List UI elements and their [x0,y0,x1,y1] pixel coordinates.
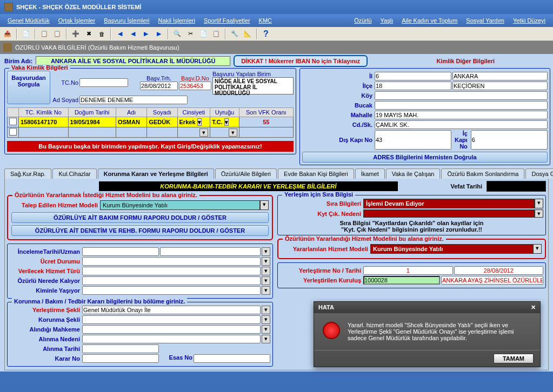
yerlestirme-tarih-input[interactable] [454,266,544,275]
korunma-sekli-drop[interactable]: ▾ [262,315,270,324]
kyt-cik-dropdown[interactable]: ▾ [363,209,543,218]
adres-dogrula-button[interactable]: ADRES Bilgilerini Mernisten Doğrula [302,152,548,163]
talep-model-dropdown[interactable]: Kurum Bünyesinde Yatılı▾ [100,200,269,210]
table-row[interactable]: ▾ ▾ [8,127,294,138]
tb-paste-icon[interactable]: 📋 [52,29,63,39]
tb-tool2-icon[interactable]: 📐 [242,29,253,39]
il-input[interactable] [452,72,548,80]
col-dogum: Doğum Tarihi [68,108,116,117]
menu-sosyal[interactable]: Sosyal Yardım [462,15,509,26]
alinma-nedeni-input[interactable] [82,335,261,343]
basvurudan-sorgula-button[interactable]: Başvurudan Sorgula [7,71,50,104]
menu-kmc[interactable]: KMÇ [255,15,276,26]
denetim-formu-button[interactable]: ÖZÜRLÜYE AİT DENETİM VE REHB. FORMU RAPO… [11,225,269,236]
tb-cut-icon[interactable]: ✂ [185,29,196,39]
menu-yasli[interactable]: Yaşlı [376,15,398,26]
esas-no-input[interactable] [194,354,270,363]
tab-ikamet[interactable]: İkamet [355,168,385,179]
tb-tool1-icon[interactable]: 🔧 [229,29,240,39]
menu-sportif[interactable]: Sportif Faaliyetler [199,15,255,26]
menu-basvuru[interactable]: Başvuru İşlemleri [99,15,154,26]
tb-help-icon[interactable]: ? [261,29,271,39]
cell-cinsiyet: Erkek ▾ [177,117,210,127]
bucak-input[interactable] [375,101,548,110]
bakim-formu-button[interactable]: ÖZÜRLÜYE AİT BAKIM FORMU RAPORU DOLDUR /… [11,212,269,223]
adsoyad-input[interactable] [79,96,188,104]
mahkeme-drop[interactable]: ▾ [262,325,270,334]
tab-vaka-calisan[interactable]: Vaka ile Çalışan [386,168,441,179]
yerlestirme-sekli-input[interactable] [82,306,261,314]
basvdno-input[interactable] [179,82,211,90]
yararlanilan-model-dropdown[interactable]: Kurum Bünyesinde Yatılı▾ [370,244,542,254]
yerlestirilen-kurulus-input[interactable] [441,276,543,285]
tb-add-icon[interactable]: ➕ [70,29,81,39]
yerlestirilen-kurulus-code[interactable] [363,276,440,285]
tb-copy-icon[interactable]: 📋 [39,29,50,39]
tb-last-icon[interactable]: ▶ [154,29,164,39]
esas-no-label: Esas No [160,354,192,363]
menu-aile[interactable]: Aile Kadın ve Toplum [397,15,462,26]
ucret-drop[interactable]: ▾ [262,257,270,266]
tab-sag-kur[interactable]: Sağ.Kur.Rap. [4,168,51,179]
tab-sonlandirma[interactable]: Özürlü Bakım Sonlandırma [441,168,524,179]
tab-korunma[interactable]: Korunma Kararı ve Yerleşme Bilgileri [98,168,214,179]
tab-evde-bakan[interactable]: Evde Bakan Kişi Bilgileri [278,168,354,179]
tab-kul-cihazlar[interactable]: Kul.Cihazlar [52,168,96,179]
sira-dropdown[interactable]: İşlemi Devam Ediyor▾ [363,199,543,208]
hizmet-turu-input[interactable] [82,267,261,275]
mahkeme-input[interactable] [82,325,261,334]
alinma-nedeni-drop[interactable]: ▾ [262,335,270,343]
nerede-drop[interactable]: ▾ [262,276,270,285]
diskapi-input[interactable] [375,130,451,150]
menu-ortak[interactable]: Ortak İşlemler [54,15,99,26]
table-row[interactable]: 15806147170 19/05/1984 OSMAN GEDÜK Erkek… [8,117,294,127]
tab-ozurlu-aile[interactable]: Özürlü/Aile Bilgileri [215,168,277,179]
karar-no-input[interactable] [82,354,159,363]
inceleme-drop[interactable]: ▾ [262,247,270,256]
inceleme-uzman-input[interactable] [160,247,261,256]
tckno-input[interactable] [79,78,128,87]
error-ok-button[interactable]: TAMAM [494,354,534,363]
korunma-sekli-input[interactable] [82,315,261,324]
alinma-tarihi-input[interactable] [82,344,159,353]
hizmet-turu-drop[interactable]: ▾ [262,267,270,275]
tb-prev-icon[interactable]: ◀ [128,29,138,39]
menu-genel[interactable]: Genel Müdürlük [3,15,54,26]
yerlestirme-no-input[interactable] [363,266,453,275]
tb-copy2-icon[interactable]: 📄 [198,29,209,39]
tb-first-icon[interactable]: ◀ [115,29,125,39]
tb-exit-icon[interactable]: 📤 [2,29,13,39]
tb-find-icon[interactable]: 🔍 [172,29,183,39]
kiminle-input[interactable] [82,286,261,295]
cell-dogum: 19/05/1984 [68,117,116,127]
tb-next-icon[interactable]: ▶ [141,29,151,39]
mahalle-input[interactable] [375,111,548,119]
menu-ozurlu[interactable]: Özürlü [350,15,376,26]
tb-delete-icon[interactable]: ✖ [83,29,94,39]
nerede-input[interactable] [82,276,261,285]
inceleme-tarih-input[interactable] [82,247,159,256]
menu-nakil[interactable]: Nakil İşlemleri [154,15,199,26]
iban-warning-button[interactable]: DİKKAT ! Mükerrer IBAN No için Tıklayını… [234,55,368,67]
cdsk-input[interactable] [375,120,548,129]
il-code-input[interactable] [375,72,451,80]
korunma-karar-group: Korunma / Bakım / Tedbir Kararı bilgiler… [7,302,273,367]
kiminle-drop[interactable]: ▾ [262,286,270,295]
yerlestirme-sekli-drop[interactable]: ▾ [262,306,270,314]
ickapi-input[interactable] [471,130,548,150]
koy-input[interactable] [375,91,548,100]
ilce-input[interactable] [452,82,548,90]
menu-yetki[interactable]: Yetki Düzeyi [509,15,550,26]
error-close-icon[interactable]: ✕ [531,304,536,311]
basvtrh-input[interactable] [140,82,178,90]
col-uyruk: Uyruğu [210,108,239,117]
tb-new-icon[interactable]: 📄 [21,29,31,39]
tb-paste2-icon[interactable]: 📋 [211,29,222,39]
tb-clear-icon[interactable]: 🗑 [96,29,107,39]
ucret-input[interactable] [82,257,261,266]
ilce-code-input[interactable] [375,82,451,90]
row-checkbox[interactable] [9,118,17,125]
korunma-sekli-label: Korunma Şekli [10,316,80,323]
tab-dosya-gonder[interactable]: Dosya Gönder [525,168,553,179]
row-checkbox[interactable] [9,128,17,136]
